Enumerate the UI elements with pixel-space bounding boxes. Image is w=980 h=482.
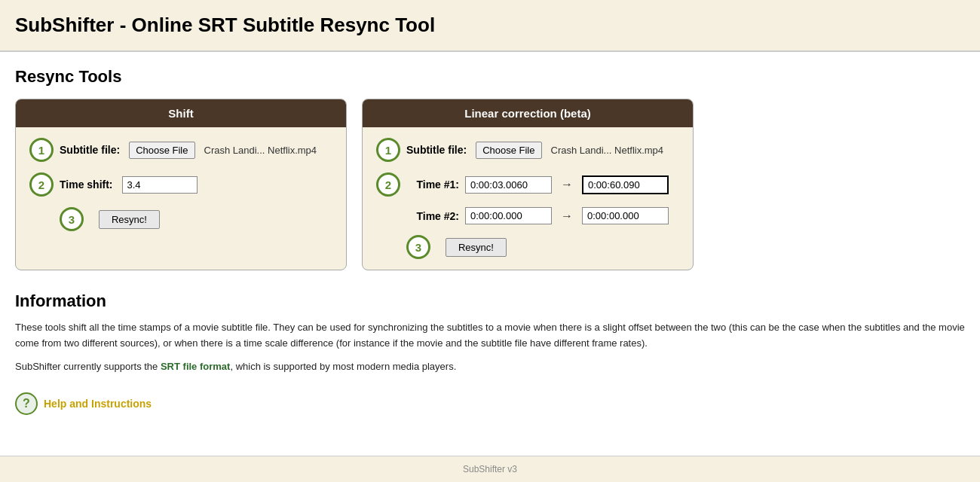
information-para2: SubShifter currently supports the SRT fi… [15, 359, 965, 375]
info-para2-prefix: SubShifter currently supports the [15, 361, 161, 372]
srt-format-link[interactable]: SRT file format [161, 361, 230, 372]
shift-choose-file-button[interactable]: Choose File [129, 142, 194, 159]
linear-time1-label: Time #1: [406, 178, 459, 191]
linear-panel-header: Linear correction (beta) [363, 99, 693, 127]
help-link[interactable]: Help and Instructions [44, 398, 152, 410]
shift-step2-label: Time shift: [60, 178, 113, 191]
page-title: SubShifter - Online SRT Subtitle Resync … [15, 14, 965, 37]
linear-step1-circle: 1 [376, 138, 400, 162]
shift-panel: Shift 1 Subtitle file: Choose File Crash… [15, 99, 347, 270]
shift-step3-circle: 3 [60, 207, 84, 231]
linear-step2-row: 2 Time #1: → [376, 172, 679, 197]
information-title: Information [15, 291, 965, 311]
linear-file-name: Crash Landi... Netflix.mp4 [551, 145, 664, 156]
info-para2-suffix: , which is supported by most modern medi… [230, 361, 456, 372]
linear-time2-from-input[interactable] [465, 207, 552, 224]
information-section: Information These tools shift all the ti… [15, 291, 965, 374]
linear-step2b-row: Time #2: → [376, 207, 679, 224]
linear-step3-row: 3 Resync! [376, 235, 679, 259]
linear-time1-arrow: → [561, 178, 573, 191]
main-content: Resync Tools Shift 1 Subtitle file: Choo… [0, 52, 980, 445]
shift-time-input[interactable] [122, 176, 198, 194]
linear-step2-circle: 2 [376, 172, 400, 197]
linear-step3-circle: 3 [406, 235, 430, 259]
shift-step1-row: 1 Subtitle file: Choose File Crash Landi… [29, 138, 332, 162]
linear-step1-label: Subtitle file: [406, 144, 467, 156]
shift-panel-header: Shift [16, 99, 346, 127]
linear-choose-file-button[interactable]: Choose File [476, 142, 541, 159]
linear-step1-row: 1 Subtitle file: Choose File Crash Landi… [376, 138, 679, 162]
shift-resync-button[interactable]: Resync! [99, 210, 160, 229]
page-header: SubShifter - Online SRT Subtitle Resync … [0, 0, 980, 52]
tools-row: Shift 1 Subtitle file: Choose File Crash… [15, 99, 965, 270]
linear-time2-label: Time #2: [406, 210, 459, 222]
linear-panel-body: 1 Subtitle file: Choose File Crash Landi… [363, 127, 693, 270]
information-para1: These tools shift all the time stamps of… [15, 320, 965, 352]
shift-step2-row: 2 Time shift: [29, 172, 332, 197]
linear-resync-button[interactable]: Resync! [446, 238, 507, 257]
help-icon: ? [15, 392, 38, 415]
linear-time2-arrow: → [561, 209, 573, 223]
shift-step1-label: Subtitle file: [60, 144, 120, 156]
shift-step1-circle: 1 [29, 138, 54, 162]
help-section: ? Help and Instructions [15, 392, 965, 415]
linear-time1-to-input[interactable] [582, 175, 669, 194]
linear-time1-from-input[interactable] [465, 176, 552, 194]
resync-tools-heading: Resync Tools [15, 67, 965, 87]
linear-time2-to-input[interactable] [582, 207, 669, 224]
shift-panel-body: 1 Subtitle file: Choose File Crash Landi… [16, 127, 346, 242]
shift-step2-circle: 2 [29, 172, 54, 197]
shift-step3-row: 3 Resync! [29, 207, 332, 231]
shift-file-name: Crash Landi... Netflix.mp4 [204, 145, 317, 156]
linear-panel: Linear correction (beta) 1 Subtitle file… [362, 99, 694, 270]
